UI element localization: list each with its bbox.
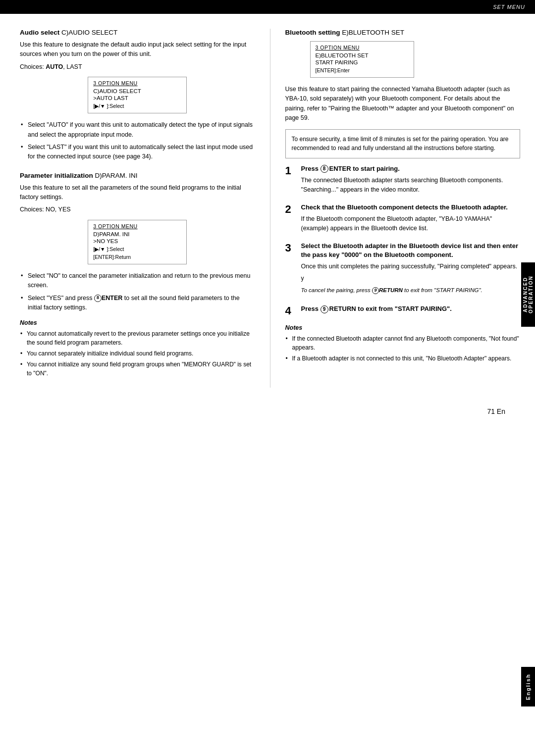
step-4-title: Press 9RETURN to exit from "START PAIRIN… bbox=[301, 304, 521, 313]
bluetooth-notes-section: Notes If the connected Bluetooth adapter… bbox=[285, 324, 521, 363]
set-menu-title: SET MENU bbox=[493, 4, 525, 10]
bt-menu-line2: START PAIRING bbox=[316, 59, 409, 65]
left-column: Audio select C)AUDIO SELECT Use this fea… bbox=[20, 29, 270, 388]
bluetooth-bold: Bluetooth setting bbox=[285, 29, 340, 36]
param-init-bold: Parameter initialization bbox=[20, 172, 93, 179]
page-num-text: 71 En bbox=[487, 407, 505, 415]
english-tab: English bbox=[521, 667, 535, 706]
audio-select-section: Audio select C)AUDIO SELECT Use this fea… bbox=[20, 29, 255, 162]
param-menu-footer2: [ENTER]:Return bbox=[93, 254, 181, 260]
step-3-number: 3 bbox=[285, 243, 296, 253]
param-menu-line1: D)PARAM. INI bbox=[93, 231, 181, 237]
step-2: 2 Check that the Bluetooth component det… bbox=[285, 203, 521, 234]
step-2-number: 2 bbox=[285, 204, 296, 215]
param-menu-footer1: [▶/▼ ]:Select bbox=[93, 246, 181, 252]
bluetooth-notes-list: If the connected Bluetooth adapter canno… bbox=[285, 334, 521, 363]
param-notes-section: Notes You cannot automatically revert to… bbox=[20, 319, 255, 378]
param-bullet-2: Select "YES" and press 8ENTER to set all… bbox=[20, 294, 255, 313]
audio-select-heading: Audio select C)AUDIO SELECT bbox=[20, 29, 255, 36]
bluetooth-desc: Use this feature to start pairing the co… bbox=[285, 85, 521, 123]
bluetooth-normal: E)BLUETOOTH SET bbox=[340, 29, 405, 36]
top-bar: SET MENU bbox=[0, 0, 535, 14]
audio-select-bullets: Select "AUTO" if you want this unit to a… bbox=[20, 120, 255, 162]
param-init-heading: Parameter initialization D)PARAM. INI bbox=[20, 172, 255, 179]
audio-menu-title: 3 OPTION MENU bbox=[93, 80, 181, 86]
step-3-desc: Once this unit completes the pairing suc… bbox=[301, 262, 521, 271]
audio-bullet-2: Select "LAST" if you want this unit to a… bbox=[20, 143, 255, 162]
choices-label: Choices: bbox=[20, 63, 44, 70]
choices-last: , LAST bbox=[63, 63, 82, 70]
param-menu-title: 3 OPTION MENU bbox=[93, 223, 181, 229]
audio-select-menu-box: 3 OPTION MENU C)AUDIO SELECT >AUTO LAST … bbox=[88, 77, 187, 113]
param-init-bullets: Select "NO" to cancel the parameter init… bbox=[20, 271, 255, 313]
advanced-operation-tab: ADVANCED OPERATION bbox=[521, 262, 535, 327]
audio-menu-footer: [▶/▼ ]:Select bbox=[93, 103, 181, 109]
bt-menu-footer: [ENTER]:Enter bbox=[316, 67, 409, 73]
bluetooth-note-2: If a Bluetooth adapter is not connected … bbox=[285, 354, 521, 363]
step-4: 4 Press 9RETURN to exit from "START PAIR… bbox=[285, 304, 521, 316]
step-3-content: Select the Bluetooth adapter in the Blue… bbox=[301, 242, 521, 297]
audio-select-desc: Use this feature to designate the defaul… bbox=[20, 40, 255, 59]
audio-select-bold: Audio select bbox=[20, 29, 59, 36]
step-2-title: Check that the Bluetooth component detec… bbox=[301, 203, 521, 212]
audio-menu-line1: C)AUDIO SELECT bbox=[93, 88, 181, 94]
audio-bullet-1: Select "AUTO" if you want this unit to a… bbox=[20, 120, 255, 140]
audio-menu-line2: >AUTO LAST bbox=[93, 95, 181, 101]
bluetooth-info-box: To ensure security, a time limit of 8 mi… bbox=[285, 129, 521, 158]
right-column: Bluetooth setting E)BLUETOOTH SET 3 OPTI… bbox=[270, 29, 526, 388]
param-menu-line2: >NO YES bbox=[93, 238, 181, 244]
step-1-content: Press 8ENTER to start pairing. The conne… bbox=[301, 164, 521, 195]
bluetooth-notes-title: Notes bbox=[285, 324, 521, 331]
param-note-2: You cannot separately initialize individ… bbox=[20, 349, 255, 358]
step-2-desc: If the Bluetooth component the Bluetooth… bbox=[301, 214, 521, 234]
bluetooth-heading: Bluetooth setting E)BLUETOOTH SET bbox=[285, 29, 521, 36]
param-init-normal: D)PARAM. INI bbox=[93, 172, 138, 179]
step-4-content: Press 9RETURN to exit from "START PAIRIN… bbox=[301, 304, 521, 316]
step-1-title: Press 8ENTER to start pairing. bbox=[301, 164, 521, 173]
choices-auto: AUTO bbox=[46, 63, 63, 70]
step-3-title: Select the Bluetooth adapter in the Blue… bbox=[301, 242, 521, 259]
step-3-note-letter: y bbox=[301, 274, 521, 283]
param-note-1: You cannot automatically revert to the p… bbox=[20, 329, 255, 347]
param-bullet-1: Select "NO" to cancel the parameter init… bbox=[20, 271, 255, 291]
param-notes-title: Notes bbox=[20, 319, 255, 326]
bt-menu-line1: E)BLUETOOTH SET bbox=[316, 52, 409, 58]
param-notes-list: You cannot automatically revert to the p… bbox=[20, 329, 255, 378]
param-init-choices: Choices: NO, YES bbox=[20, 205, 255, 214]
step-1-number: 1 bbox=[285, 165, 296, 176]
english-label: English bbox=[525, 673, 531, 700]
param-init-menu-box: 3 OPTION MENU D)PARAM. INI >NO YES [▶/▼ … bbox=[88, 220, 187, 264]
step-1-desc: The connected Bluetooth adapter starts s… bbox=[301, 176, 521, 195]
step-2-content: Check that the Bluetooth component detec… bbox=[301, 203, 521, 234]
page-wrapper: SET MENU Audio select C)AUDIO SELECT Use… bbox=[0, 0, 535, 756]
audio-select-normal: C)AUDIO SELECT bbox=[59, 29, 117, 36]
step-1: 1 Press 8ENTER to start pairing. The con… bbox=[285, 164, 521, 195]
bluetooth-note-1: If the connected Bluetooth adapter canno… bbox=[285, 334, 521, 352]
step-4-number: 4 bbox=[285, 305, 296, 316]
param-init-section: Parameter initialization D)PARAM. INI Us… bbox=[20, 172, 255, 378]
bluetooth-section: Bluetooth setting E)BLUETOOTH SET 3 OPTI… bbox=[285, 29, 521, 363]
main-content: Audio select C)AUDIO SELECT Use this fea… bbox=[0, 14, 535, 403]
step-3: 3 Select the Bluetooth adapter in the Bl… bbox=[285, 242, 521, 297]
bluetooth-menu-box: 3 OPTION MENU E)BLUETOOTH SET START PAIR… bbox=[310, 41, 414, 78]
page-number: 71 En bbox=[0, 407, 535, 430]
audio-select-choices: Choices: AUTO, LAST bbox=[20, 62, 255, 72]
param-note-3: You cannot initialize any sound field pr… bbox=[20, 360, 255, 378]
step-3-sub-note: To cancel the pairing, press 9RETURN to … bbox=[301, 286, 521, 295]
bt-menu-title: 3 OPTION MENU bbox=[316, 45, 409, 50]
param-init-desc: Use this feature to set all the paramete… bbox=[20, 183, 255, 202]
